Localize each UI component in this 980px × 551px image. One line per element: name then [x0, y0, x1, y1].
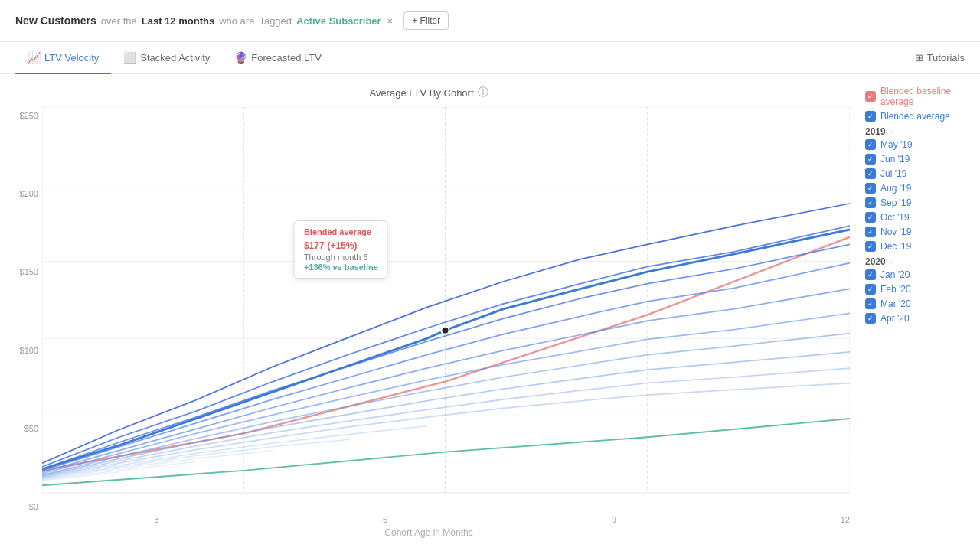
stacked-activity-icon: ⬜ — [123, 51, 136, 64]
legend-checkbox-sep19 — [865, 197, 876, 208]
tutorials-icon: ⊞ — [915, 52, 923, 64]
legend-item-aug19[interactable]: Aug '19 — [865, 183, 972, 194]
legend-label-blended-average: Blended average — [880, 111, 950, 122]
legend-checkbox-aug19 — [865, 183, 876, 194]
legend-year-2019: 2019 – — [865, 126, 972, 137]
chart-svg — [42, 107, 850, 515]
legend-item-blended-average[interactable]: Blended average — [865, 111, 972, 122]
tagged-label: Tagged — [259, 15, 292, 27]
chart-svg-container: Blended average $177 (+15%) Through mont… — [42, 107, 850, 515]
legend-label-feb20: Feb '20 — [880, 284, 911, 295]
legend-label-blended-baseline: Blended baseline average — [880, 86, 972, 107]
legend-label-jun19: Jun '19 — [880, 154, 910, 165]
legend-checkbox-blended-baseline — [865, 91, 876, 102]
legend-checkbox-jun19 — [865, 154, 876, 165]
who-are-label: who are — [219, 15, 254, 27]
ltv-velocity-icon: 📈 — [28, 51, 41, 64]
tag-close-icon[interactable]: × — [387, 15, 394, 27]
y-axis-labels: $0 $50 $100 $150 $200 $250 — [8, 107, 38, 515]
legend: Blended baseline average Blended average… — [858, 74, 980, 551]
legend-checkbox-may19 — [865, 139, 876, 150]
legend-checkbox-feb20 — [865, 284, 876, 295]
filter-button[interactable]: + Filter — [403, 11, 449, 30]
y-label-250: $250 — [8, 111, 38, 120]
legend-item-may19[interactable]: May '19 — [865, 139, 972, 150]
legend-label-sep19: Sep '19 — [880, 197, 911, 208]
legend-checkbox-nov19 — [865, 227, 876, 237]
legend-item-feb20[interactable]: Feb '20 — [865, 284, 972, 295]
legend-item-jun19[interactable]: Jun '19 — [865, 154, 972, 165]
legend-item-nov19[interactable]: Nov '19 — [865, 227, 972, 237]
legend-item-blended-baseline[interactable]: Blended baseline average — [865, 86, 972, 107]
legend-label-may19: May '19 — [880, 139, 913, 150]
legend-label-mar20: Mar '20 — [880, 298, 911, 309]
tutorials-button[interactable]: ⊞ Tutorials — [915, 43, 965, 73]
chart-title: Average LTV By Cohort ⓘ — [8, 86, 850, 99]
y-label-200: $200 — [8, 189, 38, 198]
legend-checkbox-dec19 — [865, 241, 876, 252]
x-axis-labels: 3 6 9 12 — [42, 515, 850, 524]
chart-area: Average LTV By Cohort ⓘ $0 $50 $100 $150… — [0, 74, 858, 551]
x-label-3: 3 — [154, 515, 158, 524]
y-label-150: $150 — [8, 267, 38, 276]
y-label-50: $50 — [8, 424, 38, 433]
legend-checkbox-jul19 — [865, 168, 876, 179]
legend-item-jul19[interactable]: Jul '19 — [865, 168, 972, 179]
y-label-100: $100 — [8, 346, 38, 355]
legend-checkbox-jan20 — [865, 269, 876, 280]
legend-checkbox-oct19 — [865, 212, 876, 223]
legend-label-oct19: Oct '19 — [880, 212, 910, 223]
x-label-12: 12 — [841, 515, 850, 524]
legend-item-jan20[interactable]: Jan '20 — [865, 269, 972, 280]
legend-label-jan20: Jan '20 — [880, 269, 910, 280]
main-content: Average LTV By Cohort ⓘ $0 $50 $100 $150… — [0, 74, 980, 551]
legend-label-apr20: Apr '20 — [880, 313, 910, 324]
tab-ltv-velocity[interactable]: 📈 LTV Velocity — [15, 42, 111, 74]
legend-item-oct19[interactable]: Oct '19 — [865, 212, 972, 223]
period-label: Last 12 months — [142, 15, 214, 27]
legend-checkbox-blended-average — [865, 111, 876, 122]
legend-item-apr20[interactable]: Apr '20 — [865, 313, 972, 324]
legend-label-dec19: Dec '19 — [880, 241, 911, 252]
legend-item-mar20[interactable]: Mar '20 — [865, 298, 972, 309]
legend-label-aug19: Aug '19 — [880, 183, 911, 194]
legend-checkbox-mar20 — [865, 298, 876, 309]
legend-year-2020: 2020 – — [865, 256, 972, 267]
legend-item-sep19[interactable]: Sep '19 — [865, 197, 972, 208]
tag-label: Active Subscriber — [296, 15, 381, 27]
tabs-bar: 📈 LTV Velocity ⬜ Stacked Activity 🔮 Fore… — [0, 42, 980, 74]
x-label-6: 6 — [383, 515, 387, 524]
top-bar: New Customers over the Last 12 months wh… — [0, 0, 980, 42]
legend-item-dec19[interactable]: Dec '19 — [865, 241, 972, 252]
tab-stacked-activity[interactable]: ⬜ Stacked Activity — [111, 42, 222, 74]
y-label-0: $0 — [8, 502, 38, 511]
legend-checkbox-apr20 — [865, 313, 876, 324]
x-axis-title: Cohort Age in Months — [384, 527, 472, 538]
legend-label-nov19: Nov '19 — [880, 227, 911, 237]
info-icon[interactable]: ⓘ — [478, 86, 488, 99]
svg-point-11 — [441, 327, 449, 334]
new-customers-label: New Customers — [15, 15, 96, 27]
legend-label-jul19: Jul '19 — [880, 168, 906, 179]
chart-wrapper: $0 $50 $100 $150 $200 $250 — [8, 107, 850, 538]
forecasted-ltv-icon: 🔮 — [234, 51, 247, 64]
x-label-9: 9 — [612, 515, 616, 524]
over-the-label: over the — [101, 15, 137, 27]
tab-forecasted-ltv[interactable]: 🔮 Forecasted LTV — [222, 42, 334, 74]
